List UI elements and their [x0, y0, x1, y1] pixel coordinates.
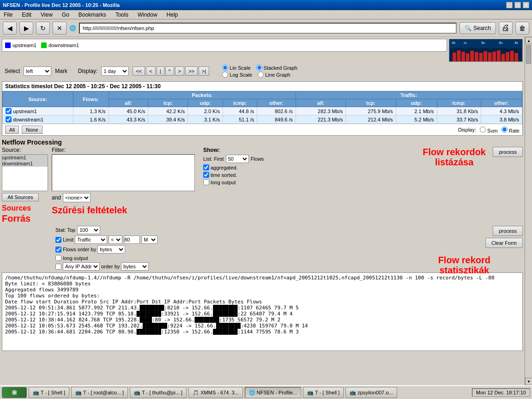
minimize-btn[interactable]: _ [506, 2, 513, 8]
menu-file[interactable]: File [2, 12, 14, 18]
menu-help[interactable]: Help [165, 12, 180, 18]
limit-value-input[interactable] [124, 236, 140, 244]
nav-last[interactable]: >| [199, 66, 209, 76]
limit-label: Limit [63, 237, 73, 242]
legend-color-downstream [41, 42, 47, 48]
szuresi-annotation: Szűrési feltételek [52, 205, 195, 216]
scroll-up[interactable]: ▲ [525, 37, 532, 44]
display-rate: Display: Sum Rate [458, 127, 520, 133]
downstream-checkbox[interactable] [6, 116, 12, 122]
process-btn-top[interactable]: process [493, 147, 523, 157]
cmd-line-8: 2005-12-12 10:05:53.673 2545.468 TCP 193… [5, 323, 520, 329]
limit-op-select[interactable]: < > [109, 236, 122, 244]
nav-up[interactable]: ^ [165, 66, 174, 76]
taskbar-xmms[interactable]: 🎵 XMMS - 674. 3... [188, 387, 243, 398]
start-btn[interactable]: ⊞ [2, 387, 27, 398]
downstream-pkt-icmp: 51.1 /s [223, 115, 257, 124]
svg-text:xx: xx [464, 41, 467, 44]
downstream-traf-udp: 5.2 Mb/s [396, 115, 437, 124]
long-output-check[interactable] [203, 179, 209, 185]
close-btn[interactable]: ✕ [523, 2, 529, 8]
aggregated-check[interactable] [203, 164, 209, 170]
source-listbox[interactable]: upstream1 downstream1 [2, 154, 48, 191]
nav-first[interactable]: << [133, 66, 145, 76]
menu-go[interactable]: Go [60, 12, 71, 18]
time-sorted-check[interactable] [203, 172, 209, 178]
taskbar-nfsen[interactable]: 🌐 NFSEN - Profile... [245, 387, 301, 398]
filter-input[interactable] [52, 154, 195, 191]
nav-fast-next[interactable]: >> [185, 66, 198, 76]
all-btn[interactable]: All [5, 126, 19, 134]
taskbar-root[interactable]: 📺 T - [ root@alco... ] [71, 387, 128, 398]
select-dropdown[interactable]: left right [24, 66, 51, 76]
restore-btn[interactable]: □ [514, 2, 521, 8]
print-btn[interactable]: 🖨 [499, 22, 513, 35]
stat-select[interactable]: 100 50 [77, 226, 100, 234]
cmd-line-1: Byte limit: < 83886080 bytes [5, 281, 520, 287]
nav-next[interactable]: > [175, 66, 184, 76]
upstream-traf-tcp: 275.9 Mb/s [346, 107, 396, 115]
taskbar-thuthu[interactable]: 📺 T - [ thuthu@pi... ] [130, 387, 187, 398]
stacked-label: Stacked Graph [264, 65, 297, 71]
search-icon: 🔍 [465, 25, 472, 31]
line-radio[interactable] [258, 72, 264, 78]
sum-radio[interactable] [480, 127, 486, 133]
upstream-traf-all: 282.3 Mb/s [296, 107, 346, 115]
and-select[interactable]: <none> [63, 193, 91, 202]
scroll-down[interactable]: ▼ [525, 378, 532, 385]
menu-tools[interactable]: Tools [114, 12, 130, 18]
flows-order-check[interactable] [55, 247, 61, 253]
stat-section: Stat: Top 100 50 Limit Traffic Flows [2, 226, 523, 271]
scroll-thumb[interactable] [526, 45, 531, 64]
downstream-pkt-tcp: 39.4 K/s [148, 115, 188, 124]
taskbar: ⊞ 📺 T - [ Shell ] 📺 T - [ root@alco... ]… [0, 385, 532, 399]
refresh-btn[interactable]: ↻ [36, 22, 50, 35]
ip-check[interactable] [55, 264, 61, 270]
svg-text:Bx: Bx [514, 41, 518, 44]
clear-form-btn[interactable]: Clear Form [485, 238, 523, 248]
none-btn[interactable]: None [22, 126, 42, 134]
log-scale-radio[interactable] [222, 72, 228, 78]
nav-prev[interactable]: < [146, 66, 155, 76]
menu-bookmarks[interactable]: Bookmarks [77, 12, 108, 18]
search-btn[interactable]: 🔍 Search [459, 22, 496, 34]
content-area: upstream1 downstream1 [0, 37, 532, 385]
lin-scale-radio[interactable] [222, 65, 228, 71]
address-input[interactable] [79, 23, 457, 34]
long-output-check2[interactable] [55, 255, 61, 261]
rate-radio[interactable] [502, 127, 508, 133]
ip-select[interactable]: Any IP Addr Src IP Addr Dst IP Addr [63, 262, 100, 271]
all-sources-btn[interactable]: All Sources [2, 193, 39, 201]
display-select[interactable]: 1 day 1 week 1 month [101, 66, 129, 76]
limit-check[interactable] [55, 237, 61, 243]
nav-pipe[interactable]: | [157, 66, 164, 76]
taskbar-shell2[interactable]: 📺 T - [ Shell ] [303, 387, 344, 398]
limit-unit-select[interactable]: M K G [141, 236, 157, 244]
stacked-radio[interactable] [256, 65, 262, 71]
process-btn-bottom[interactable]: process [493, 226, 523, 236]
stat-label: Stat: Top [55, 227, 75, 233]
pkt-icmp: icmp: [223, 99, 257, 107]
downstream-pkt-udp: 3.1 K/s [188, 115, 223, 124]
taskbar-shell1[interactable]: 📺 T - [ Shell ] [29, 387, 69, 398]
svg-rect-10 [492, 52, 496, 61]
forward-btn[interactable]: ▶ [19, 22, 33, 35]
menu-edit[interactable]: Edit [20, 12, 33, 18]
upstream-checkbox[interactable] [6, 108, 12, 114]
pkt-other: other: [257, 99, 296, 107]
upstream-pkt-other: 802.6 /s [257, 107, 296, 115]
svg-rect-2 [457, 50, 461, 61]
menu-view[interactable]: View [39, 12, 54, 18]
stop-btn[interactable]: ✕ [53, 22, 66, 35]
svg-text:Bx: Bx [481, 41, 485, 44]
list-select[interactable]: 50 100 [226, 155, 249, 163]
menu-window[interactable]: Window [136, 12, 159, 18]
back-btn[interactable]: ◀ [3, 22, 17, 35]
scrollbar[interactable]: ▲ ▼ [525, 37, 532, 385]
limit-field-select[interactable]: Traffic Flows Packets [75, 236, 107, 244]
svg-rect-13 [506, 52, 509, 61]
taskbar-zpsyilon[interactable]: 📺 zpsyilon007.o... [345, 387, 397, 398]
order-by-select[interactable]: bytes packets [121, 262, 149, 271]
trash-btn[interactable]: 🗑 [515, 22, 529, 35]
flows-order-select[interactable]: bytes packets flows [97, 245, 125, 254]
